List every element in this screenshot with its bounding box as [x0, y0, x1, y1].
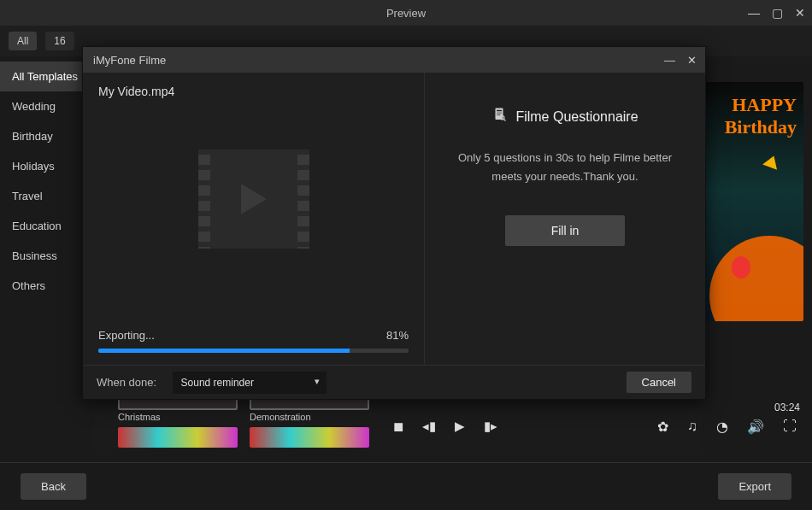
export-dialog: iMyFone Filme — ✕ My Video.mp4 Exporting… [82, 46, 706, 400]
thumbnail-image-secondary [118, 427, 238, 448]
dialog-minimize-icon[interactable]: — [664, 54, 675, 67]
preview-panel: HAPPY Birthday 03:24 [701, 56, 812, 449]
export-progress: Exporting... 81% [98, 329, 409, 353]
sidebar-item-holidays[interactable]: Holidays [0, 151, 94, 181]
export-filename: My Video.mp4 [98, 85, 409, 98]
clipboard-search-icon [491, 107, 507, 126]
questionnaire-pane: Filme Questionnaire Only 5 questions in … [425, 73, 705, 365]
questionnaire-title: Filme Questionnaire [515, 109, 638, 125]
dialog-title: iMyFone Filme [93, 54, 166, 67]
export-button[interactable]: Export [718, 473, 791, 500]
filter-ratio-pill[interactable]: 16 [45, 32, 74, 50]
thumbnail-caption: Demonstration [250, 412, 369, 422]
thumbnail-caption: Christmas [118, 412, 238, 422]
playback-controls: ◼ ◂▮ ▶ ▮▸ [393, 419, 497, 434]
dialog-window-controls: — ✕ [664, 54, 697, 67]
sidebar-item-others[interactable]: Others [0, 271, 94, 301]
triangle-icon [762, 153, 781, 169]
preview-duration: 03:24 [774, 402, 800, 413]
play-glyph-icon [241, 184, 267, 214]
sidebar-item-wedding[interactable]: Wedding [0, 91, 94, 121]
sidebar-item-all-templates[interactable]: All Templates [0, 62, 94, 91]
back-button[interactable]: Back [21, 473, 86, 500]
filmstrip-icon [198, 149, 309, 249]
window-controls: — ▢ ✕ [748, 6, 805, 20]
filter-all-pill[interactable]: All [9, 32, 37, 50]
export-percent: 81% [386, 329, 409, 342]
questionnaire-description: Only 5 questions in 30s to help Filme be… [447, 149, 683, 186]
questionnaire-heading: Filme Questionnaire [491, 107, 638, 126]
sidebar-item-travel[interactable]: Travel [0, 181, 94, 211]
next-frame-icon[interactable]: ▮▸ [484, 419, 497, 434]
dialog-footer: When done: Sound reminder Cancel [83, 365, 705, 399]
when-done-select-wrap: Sound reminder [173, 372, 327, 394]
close-icon[interactable]: ✕ [795, 6, 805, 20]
maximize-icon[interactable]: ▢ [772, 6, 783, 20]
export-progress-pane: My Video.mp4 Exporting... 81% [83, 73, 425, 365]
clock-icon[interactable]: ◔ [716, 419, 728, 435]
fill-in-button[interactable]: Fill in [505, 215, 625, 246]
preview-overlay-text-1: HAPPY [732, 94, 797, 116]
preview-overlay-text-2: Birthday [725, 116, 797, 138]
sidebar-item-education[interactable]: Education [0, 211, 94, 241]
balloon-decoration [732, 256, 750, 278]
gear-icon[interactable]: ✿ [657, 419, 668, 435]
app-title: Preview [386, 7, 426, 20]
export-progress-bar [98, 349, 409, 353]
export-progress-fill [98, 349, 350, 353]
dialog-body: My Video.mp4 Exporting... 81% Filme Ques… [83, 73, 705, 365]
when-done-select[interactable]: Sound reminder [173, 372, 327, 394]
footer-bar: Back Export [0, 462, 812, 510]
music-icon[interactable]: ♫ [687, 419, 697, 435]
preview-tools: ✿ ♫ ◔ 🔊 ⛶ [657, 419, 797, 435]
play-icon[interactable]: ▶ [455, 419, 465, 434]
stop-icon[interactable]: ◼ [393, 419, 403, 434]
prev-frame-icon[interactable]: ◂▮ [422, 419, 436, 434]
minimize-icon[interactable]: — [748, 6, 760, 20]
preview-thumbnail[interactable]: HAPPY Birthday [701, 82, 803, 321]
when-done-label: When done: [97, 376, 156, 389]
svg-line-1 [504, 119, 506, 120]
dialog-titlebar: iMyFone Filme — ✕ [83, 47, 705, 73]
sidebar-item-birthday[interactable]: Birthday [0, 121, 94, 151]
cancel-button[interactable]: Cancel [627, 372, 691, 393]
circle-decoration [709, 236, 803, 321]
export-status-label: Exporting... [98, 329, 155, 342]
sidebar-item-business[interactable]: Business [0, 241, 94, 271]
app-titlebar: Preview — ▢ ✕ [0, 0, 812, 26]
template-category-sidebar: All Templates Wedding Birthday Holidays … [0, 56, 94, 449]
fullscreen-icon[interactable]: ⛶ [783, 419, 797, 435]
volume-icon[interactable]: 🔊 [747, 419, 764, 435]
when-done-group: When done: Sound reminder [97, 372, 327, 394]
thumbnail-image-secondary [250, 427, 369, 448]
dialog-close-icon[interactable]: ✕ [687, 54, 697, 67]
